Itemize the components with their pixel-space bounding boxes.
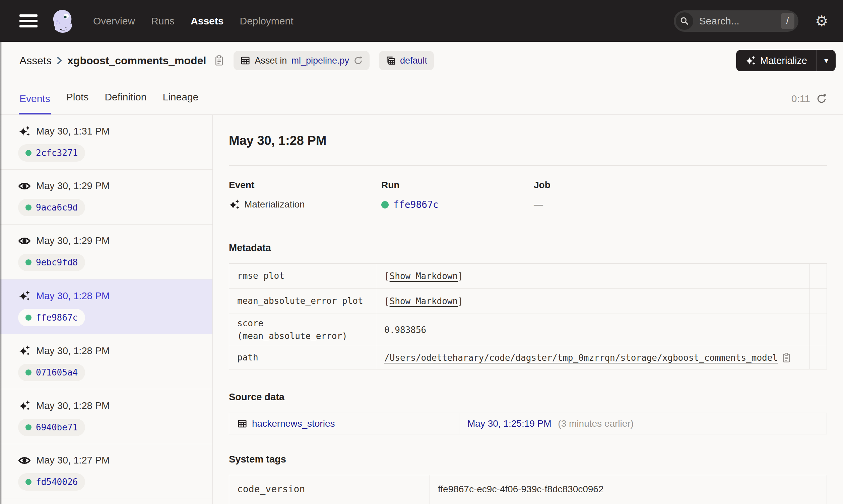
- materialize-button[interactable]: Materialize: [736, 50, 816, 71]
- event-list-item[interactable]: May 30, 1:28 PM 6940be71: [0, 389, 212, 444]
- event-date: May 30, 1:28 PM: [36, 345, 109, 356]
- reload-definition-icon[interactable]: [354, 56, 363, 65]
- job-column: Job —: [534, 180, 686, 210]
- event-list-item[interactable]: May 30, 1:28 PM 071605a4: [0, 334, 212, 389]
- copy-path-icon[interactable]: [782, 353, 791, 363]
- tab-events[interactable]: Events: [19, 93, 51, 114]
- chevron-right-icon: [57, 57, 62, 64]
- grid-icon: [240, 56, 250, 66]
- run-column: Run ffe9867c: [381, 180, 534, 210]
- event-list-item[interactable]: May 30, 1:29 PM 9ebc9fd8: [0, 224, 212, 280]
- system-tag-key: code_version: [229, 475, 430, 503]
- sparkle-icon: [745, 56, 756, 66]
- eye-icon: [18, 237, 31, 245]
- run-link[interactable]: fd540026: [18, 473, 85, 491]
- grid-icon: [237, 419, 247, 429]
- table-row: mean_absolute_error plot [Show Markdown]: [229, 289, 827, 314]
- run-link[interactable]: ffe9867c: [18, 309, 85, 326]
- event-title: May 30, 1:28 PM: [229, 133, 827, 148]
- search-input[interactable]: [693, 15, 781, 27]
- run-status-dot: [25, 259, 32, 265]
- source-timestamp-link[interactable]: May 30, 1:25:19 PM: [467, 418, 551, 429]
- storage-path-link[interactable]: /Users/odetteharary/code/dagster/tmp_0mz…: [384, 353, 778, 363]
- run-link[interactable]: 9aca6c9d: [18, 199, 85, 216]
- run-link[interactable]: 071605a4: [18, 364, 85, 381]
- sparkle-icon: [18, 345, 31, 356]
- tab-definition[interactable]: Definition: [104, 91, 147, 114]
- system-tags-table: code_version ffe9867c-ec9c-4f06-939c-f8d…: [229, 475, 827, 504]
- hamburger-icon[interactable]: [19, 14, 37, 29]
- table-row: path /Users/odetteharary/code/dagster/tm…: [229, 346, 827, 370]
- search-box[interactable]: /: [674, 11, 798, 32]
- top-nav: Overview Runs Assets Deployment / ⚙: [0, 0, 843, 42]
- system-tag-value: [430, 503, 827, 504]
- job-value: —: [534, 199, 543, 210]
- run-id-link[interactable]: ffe9867c: [393, 199, 438, 210]
- table-gutter-cell: [810, 314, 827, 346]
- source-asset-link[interactable]: hackernews_stories: [252, 418, 335, 429]
- run-status-dot: [25, 150, 32, 156]
- run-status-dot: [25, 314, 32, 321]
- nav-item-deployment[interactable]: Deployment: [240, 15, 293, 27]
- refresh-icon[interactable]: [816, 93, 827, 104]
- nav-item-assets[interactable]: Assets: [191, 15, 223, 27]
- repo-badge: default: [379, 51, 434, 70]
- tab-plots[interactable]: Plots: [66, 91, 89, 114]
- source-timestamp-cell: May 30, 1:25:19 PM (3 minutes earlier): [459, 413, 827, 434]
- event-summary-columns: Event Materialization Run ffe9867c Job —: [229, 180, 827, 210]
- run-link[interactable]: 6940be71: [18, 419, 85, 436]
- metadata-key: score (mean_absolute_error): [229, 314, 376, 346]
- pipeline-file-link[interactable]: ml_pipeline.py: [291, 56, 349, 66]
- breadcrumb-assets-link[interactable]: Assets: [19, 55, 52, 67]
- nav-item-runs[interactable]: Runs: [151, 15, 175, 27]
- event-list-item[interactable]: May 30, 1:31 PM 2cfc3271: [0, 115, 212, 170]
- materialize-split-button: Materialize ▾: [736, 50, 836, 71]
- nav-item-overview[interactable]: Overview: [93, 15, 135, 27]
- divider: [229, 165, 827, 166]
- tabs-row: Events Plots Definition Lineage 0:11: [0, 79, 843, 115]
- dagster-logo[interactable]: [48, 7, 76, 35]
- table-gutter-cell: [810, 264, 827, 289]
- run-status-dot: [25, 424, 32, 430]
- system-tag-key: [229, 503, 430, 504]
- asset-definition-badge: Asset in ml_pipeline.py: [234, 51, 369, 70]
- run-status-dot: [25, 479, 32, 485]
- event-date: May 30, 1:31 PM: [36, 126, 109, 137]
- tab-lineage[interactable]: Lineage: [162, 91, 199, 114]
- event-date: May 30, 1:27 PM: [36, 455, 109, 466]
- search-icon: [676, 12, 693, 30]
- repo-link[interactable]: default: [400, 56, 427, 66]
- table-row: [229, 503, 827, 504]
- sparkle-icon: [18, 126, 31, 137]
- event-list-item[interactable]: May 30, 1:27 PM fd540026: [0, 444, 212, 499]
- source-data-heading: Source data: [229, 392, 827, 402]
- primary-nav: Overview Runs Assets Deployment: [93, 15, 293, 27]
- metadata-table: rmse plot [Show Markdown] mean_absolute_…: [229, 264, 827, 370]
- sparkle-icon: [18, 400, 31, 411]
- content-area: May 30, 1:31 PM 2cfc3271 May 30, 1:29 PM…: [0, 115, 843, 504]
- event-type-value: Materialization: [244, 199, 305, 210]
- copy-asset-name-icon[interactable]: [214, 55, 224, 66]
- run-link[interactable]: 9ebc9fd8: [18, 254, 85, 271]
- run-link[interactable]: 2cfc3271: [18, 144, 85, 162]
- table-row: rmse plot [Show Markdown]: [229, 264, 827, 289]
- show-markdown-link[interactable]: Show Markdown: [390, 296, 458, 306]
- event-list-item-selected[interactable]: May 30, 1:28 PM ffe9867c: [0, 280, 212, 334]
- asset-name: xgboost_comments_model: [67, 55, 206, 67]
- table-row: code_version ffe9867c-ec9c-4f06-939c-f8d…: [229, 475, 827, 503]
- show-markdown-link[interactable]: Show Markdown: [390, 271, 458, 281]
- refresh-timer: 0:11: [791, 93, 827, 114]
- event-date: May 30, 1:28 PM: [36, 290, 109, 302]
- table-row: hackernews_stories May 30, 1:25:19 PM (3…: [229, 413, 827, 434]
- event-date: May 30, 1:29 PM: [36, 180, 109, 192]
- materialize-dropdown-button[interactable]: ▾: [817, 50, 836, 71]
- metadata-key: rmse plot: [229, 264, 376, 289]
- metadata-key: mean_absolute_error plot: [229, 289, 376, 314]
- source-relative-time: (3 minutes earlier): [558, 418, 634, 429]
- event-list-item[interactable]: May 30, 1:29 PM 9aca6c9d: [0, 170, 212, 224]
- eye-icon: [18, 456, 31, 465]
- table-gutter-cell: [810, 289, 827, 314]
- gear-icon[interactable]: ⚙: [813, 13, 830, 29]
- metadata-heading: Metadata: [229, 242, 827, 253]
- system-tag-value: ffe9867c-ec9c-4f06-939c-f8dc830c0962: [430, 475, 827, 503]
